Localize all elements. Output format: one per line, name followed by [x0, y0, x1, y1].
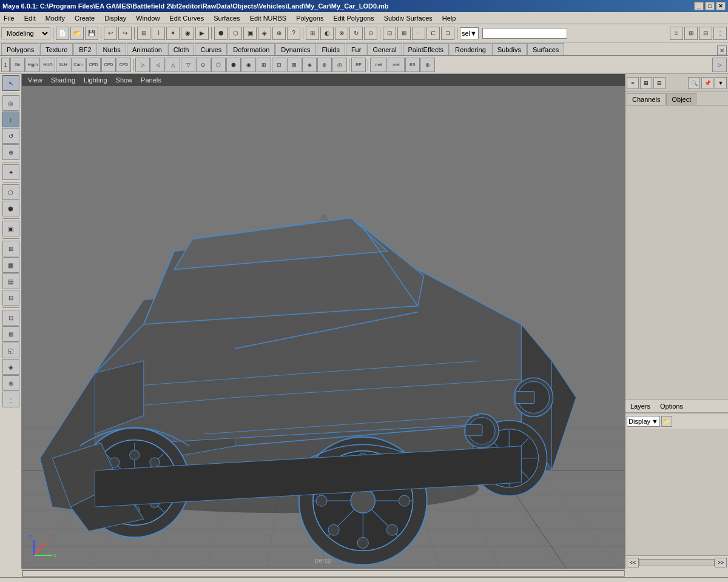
tool-8[interactable]: ◐ — [320, 27, 334, 40]
options-tab[interactable]: Options — [658, 401, 686, 411]
scroll-track[interactable] — [639, 559, 715, 566]
snap-view-btn[interactable]: ◉ — [181, 27, 194, 40]
tab-general[interactable]: General — [367, 43, 402, 55]
icon-2[interactable]: ◁ — [150, 58, 165, 72]
menu-surfaces[interactable]: Surfaces — [211, 13, 242, 23]
paint-tool[interactable]: ↕ — [2, 112, 19, 127]
slh-btn[interactable]: SLH — [56, 58, 70, 72]
rp-search-btn[interactable]: 🔍 — [688, 77, 700, 89]
icon-11[interactable]: ⊠ — [287, 58, 302, 72]
snap-point-btn[interactable]: ✦ — [166, 27, 180, 40]
tab-animation[interactable]: Animation — [127, 43, 167, 55]
menu-edit-nurbs[interactable]: Edit NURBS — [248, 13, 289, 23]
menu-file[interactable]: File — [1, 13, 17, 23]
layers-tab[interactable]: Layers — [628, 401, 653, 411]
menu-display[interactable]: Display — [102, 13, 129, 23]
viewport[interactable]: View Shading Lighting Show Panels — [22, 74, 625, 569]
mel1-btn[interactable]: mel — [370, 58, 387, 72]
anim-btn-5[interactable]: ⊐ — [441, 27, 454, 40]
cam-btn[interactable]: Cam — [71, 58, 86, 72]
vp-shading[interactable]: Shading — [47, 75, 79, 85]
right-tool-4[interactable]: ⋮ — [713, 27, 727, 40]
vp-panels[interactable]: Panels — [137, 75, 165, 85]
measure-btn[interactable]: ▤ — [2, 273, 19, 289]
circle-btn[interactable]: ⊕ — [420, 58, 435, 72]
vp-show[interactable]: Show — [112, 75, 136, 85]
tab-fur[interactable]: Fur — [346, 43, 367, 55]
tab-surfaces[interactable]: Surfaces — [527, 43, 564, 55]
menu-edit-curves[interactable]: Edit Curves — [167, 13, 206, 23]
scroll-left-btn[interactable]: << — [627, 558, 639, 567]
icon-7[interactable]: ⬢ — [226, 58, 241, 72]
menu-polygons[interactable]: Polygons — [294, 13, 326, 23]
mode-selector[interactable]: Modeling Animation Rendering Dynamics — [1, 27, 50, 39]
grid-btn[interactable]: Gri — [10, 58, 25, 72]
huo-btn[interactable]: HUO — [41, 58, 55, 72]
snap-curve-btn[interactable]: ⌇ — [152, 27, 165, 40]
snap-grid-btn[interactable]: ⊞ — [137, 27, 150, 40]
tool-10[interactable]: ↻ — [349, 27, 363, 40]
sculpt-btn[interactable]: ⬢ — [2, 201, 19, 216]
anim-btn-1[interactable]: ⊡ — [383, 27, 396, 40]
transform-tool[interactable]: ✦ — [2, 164, 19, 180]
h-scrollbar-track[interactable] — [22, 570, 625, 577]
redo-btn[interactable]: ↪ — [118, 27, 132, 40]
tool-11[interactable]: ⊙ — [364, 27, 377, 40]
tool-7[interactable]: ⊞ — [306, 27, 319, 40]
undo-btn[interactable]: ↩ — [104, 27, 117, 40]
icon-3[interactable]: △ — [166, 58, 180, 72]
menu-edit-polygons[interactable]: Edit Polygons — [331, 13, 376, 23]
grid-btn2[interactable]: ⊞ — [2, 241, 19, 256]
rotate-tool[interactable]: ↺ — [2, 128, 19, 144]
menu-help[interactable]: Help — [440, 13, 459, 23]
mel2-btn[interactable]: mel — [388, 58, 405, 72]
selection-dropdown[interactable]: sel▼ — [460, 27, 479, 39]
icon-4[interactable]: ▽ — [181, 58, 195, 72]
menu-edit[interactable]: Edit — [22, 13, 38, 23]
tab-rendering[interactable]: Rendering — [450, 43, 491, 55]
icon-10[interactable]: ⊡ — [272, 58, 286, 72]
es-btn[interactable]: ES — [405, 58, 420, 72]
cpd2-btn[interactable]: CPD — [101, 58, 116, 72]
rp-columns-btn[interactable]: ≡ — [627, 77, 639, 89]
tab-painteffects[interactable]: PaintEffects — [403, 43, 450, 55]
tab-dynamics[interactable]: Dynamics — [275, 43, 315, 55]
layers-add-btn[interactable]: 📁 — [661, 416, 672, 427]
maximize-button[interactable]: □ — [705, 2, 715, 10]
tool-3[interactable]: ▣ — [243, 27, 257, 40]
render-view-btn[interactable]: ⊟ — [2, 290, 19, 306]
misc-btn-4[interactable]: ◈ — [2, 359, 19, 375]
tool-6[interactable]: ? — [287, 27, 300, 40]
vp-view[interactable]: View — [24, 75, 46, 85]
menu-modify[interactable]: Modify — [43, 13, 67, 23]
tab-close-btn[interactable]: ✕ — [717, 45, 727, 55]
lasso-tool[interactable]: ◎ — [2, 95, 19, 111]
tab-fluids[interactable]: Fluids — [317, 43, 345, 55]
rp-pin-btn[interactable]: 📌 — [701, 77, 713, 89]
show-manip-btn[interactable]: ▣ — [2, 221, 19, 236]
minimize-button[interactable]: _ — [694, 2, 704, 10]
cpd3-btn[interactable]: CPD — [116, 58, 131, 72]
display-dropdown[interactable]: Display ▼ — [627, 416, 660, 427]
scroll-right-btn[interactable]: >> — [715, 558, 727, 567]
icon-14[interactable]: ◎ — [332, 58, 347, 72]
icon-12[interactable]: ◈ — [302, 58, 317, 72]
rp-menu-btn[interactable]: ▼ — [715, 77, 727, 89]
icon-6[interactable]: ⬡ — [211, 58, 226, 72]
menu-create[interactable]: Create — [72, 13, 97, 23]
hgph-btn[interactable]: Hgph — [25, 58, 40, 72]
right-tool-2[interactable]: ⊞ — [684, 27, 698, 40]
right-tool-3[interactable]: ⊟ — [699, 27, 712, 40]
icon-8[interactable]: ◉ — [241, 58, 256, 72]
number-btn[interactable]: 1 — [1, 58, 10, 72]
tool-9[interactable]: ⊗ — [335, 27, 348, 40]
rp-layout-btn[interactable]: ⊞ — [640, 77, 652, 89]
tab-cloth[interactable]: Cloth — [168, 43, 195, 55]
tool-5[interactable]: ⊕ — [272, 27, 286, 40]
icon-9[interactable]: ⊞ — [257, 58, 271, 72]
panel-right-btn[interactable]: ▷ — [712, 58, 727, 72]
tab-deformation[interactable]: Deformation — [228, 43, 275, 55]
snap-btn[interactable]: ▦ — [2, 257, 19, 273]
tool-4[interactable]: ◈ — [258, 27, 271, 40]
close-button[interactable]: ✕ — [716, 2, 726, 10]
